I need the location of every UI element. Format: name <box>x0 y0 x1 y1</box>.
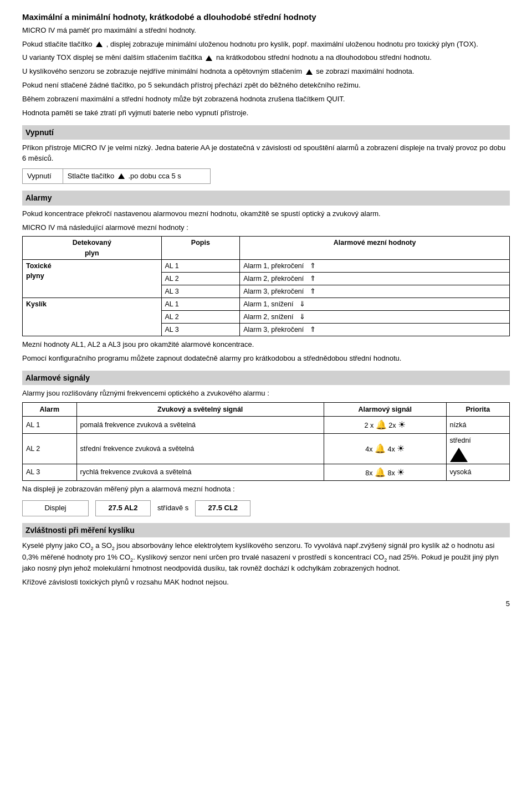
vypnuti-para: Příkon přístroje MICRO IV je velmi nízký… <box>22 143 510 164</box>
alarm-col-alarm: Alarmové mezní hodnoty <box>240 237 510 259</box>
section-alarmove: Alarmové signály <box>22 371 510 385</box>
alarm-o2-al2: Alarm 2, snížení ⇓ <box>240 311 510 324</box>
signal-row-al3: AL 3 rychlá frekvence zvuková a světelná… <box>23 464 510 480</box>
popis-al1: AL 1 <box>161 259 240 272</box>
alarm-col-popis: Popis <box>161 237 240 259</box>
sig-col-alarm: Alarm <box>23 403 77 417</box>
sig-al1-desc: pomalá frekvence zvuková a světelná <box>76 417 324 433</box>
table-row: Toxicképlyny AL 1 Alarm 1, překročení ⇑ <box>23 259 510 272</box>
display-row: Displej 27.5 AL2 střídavě s 27.5 CL2 <box>22 500 510 516</box>
sig-al2-priority: střední <box>446 433 509 464</box>
sig-al3-freq: 8x 🔔 8x ☀ <box>324 464 446 480</box>
sig-al2-label: AL 2 <box>23 433 77 464</box>
alarmy-para-2: MICRO IV má následující alarmové mezní h… <box>22 223 510 233</box>
sig-al2-desc: střední frekvence zvuková a světelná <box>76 433 324 464</box>
popis-o2-al3: AL 3 <box>161 324 240 336</box>
sig-col-alarmovy: Alarmový signál <box>324 403 446 417</box>
display-val1-box: 27.5 AL2 <box>95 500 151 516</box>
signal-table: Alarm Zvukový a světelný signál Alarmový… <box>22 402 510 481</box>
alarmy-para-4: Pomocí konfiguračního programu můžete za… <box>22 353 510 364</box>
alarm-col-gas: Detekovanýplyn <box>23 237 162 259</box>
sig-col-priorita: Priorita <box>446 403 509 417</box>
priority-triangle-icon <box>450 448 468 462</box>
arrow-up-icon-3 <box>306 69 313 75</box>
popis-o2-al1: AL 1 <box>161 298 240 311</box>
vypnuti-table: Vypnutí Stlačte tlačítko .po dobu cca 5 … <box>22 168 211 184</box>
gas-toxic: Toxicképlyny <box>23 259 162 298</box>
alarm-al3: Alarm 3, překročení ⇑ <box>240 285 510 298</box>
alarmy-para-1: Pokud koncentrace překročí nastavenou al… <box>22 209 510 219</box>
display-val2-box: 27.5 CL2 <box>195 500 250 516</box>
alarm-al2: Alarm 2, překročení ⇑ <box>240 272 510 285</box>
sig-al1-freq: 2 x 🔔 2x ☀ <box>324 417 446 433</box>
display-label-box: Displej <box>22 500 89 516</box>
sig-al3-priority: vysoká <box>446 464 509 480</box>
sig-al3-desc: rychlá frekvence zvuková a světelná <box>76 464 324 480</box>
alarm-o2-al1: Alarm 1, snížení ⇓ <box>240 298 510 311</box>
sig-al2-freq: 4x 🔔 4x ☀ <box>324 433 446 464</box>
signal-row-al2: AL 2 střední frekvence zvuková a světeln… <box>23 433 510 464</box>
section-vypnuti: Vypnutí <box>22 125 510 140</box>
para-3: U kyslíkového senzoru se zobrazuje nejdř… <box>22 66 510 77</box>
display-stridave: střídavě s <box>157 503 188 514</box>
kysliku-para-2: Křížové závislosti toxických plynů v roz… <box>22 577 510 588</box>
page-title: Maximální a minimální hodnoty, krátkodob… <box>22 11 510 23</box>
page-number: 5 <box>22 599 510 609</box>
arrow-up-icon <box>96 42 103 47</box>
arrow-up-icon-2 <box>206 55 212 61</box>
section-kysliku: Zvláštnosti při měření kyslíku <box>22 523 510 537</box>
alarm-table: Detekovanýplyn Popis Alarmové mezní hodn… <box>22 236 510 336</box>
vypnuti-col1: Vypnutí <box>23 168 63 184</box>
vypnuti-col2: Stlačte tlačítko .po dobu cca 5 s <box>63 168 210 184</box>
subtitle: MICRO IV má paměť pro maximální a středn… <box>22 25 510 36</box>
popis-o2-al2: AL 2 <box>161 311 240 324</box>
alarmove-para: Alarmy jsou rozlišovány různými frekvenc… <box>22 388 510 399</box>
sig-al3-label: AL 3 <box>23 464 77 480</box>
gas-oxygen: Kyslík <box>23 298 162 336</box>
kysliku-para: Kyselé plyny jako CO2 a SO2 jsou absorbo… <box>22 541 510 574</box>
alarm-o2-al3: Alarm 3, překročení ⇑ <box>240 324 510 336</box>
arrow-up-icon-4 <box>118 173 125 179</box>
sig-al1-label: AL 1 <box>23 417 77 433</box>
popis-al3: AL 3 <box>161 285 240 298</box>
alarm-al1: Alarm 1, překročení ⇑ <box>240 259 510 272</box>
para-5: Během zobrazení maximální a střední hodn… <box>22 94 510 105</box>
para-2: U varianty TOX displej se mění dalším st… <box>22 53 510 63</box>
alarmy-para-3: Mezní hodnoty AL1, AL2 a AL3 jsou pro ok… <box>22 340 510 350</box>
para-1: Pokud stlačíte tlačítko , displej zobraz… <box>22 39 510 50</box>
popis-al2: AL 2 <box>161 272 240 285</box>
sig-col-signal: Zvukový a světelný signál <box>76 403 324 417</box>
signal-row-al1: AL 1 pomalá frekvence zvuková a světelná… <box>23 417 510 433</box>
table-row: Kyslík AL 1 Alarm 1, snížení ⇓ <box>23 298 510 311</box>
para-4: Pokud není stlačené žádné tlačítko, po 5… <box>22 80 510 91</box>
section-alarmy: Alarmy <box>22 191 510 205</box>
para-6: Hodnota paměti se také ztratí při vyjmut… <box>22 108 510 119</box>
display-para: Na displeji je zobrazován měřený plyn a … <box>22 484 510 495</box>
sig-al1-priority: nízká <box>446 417 509 433</box>
